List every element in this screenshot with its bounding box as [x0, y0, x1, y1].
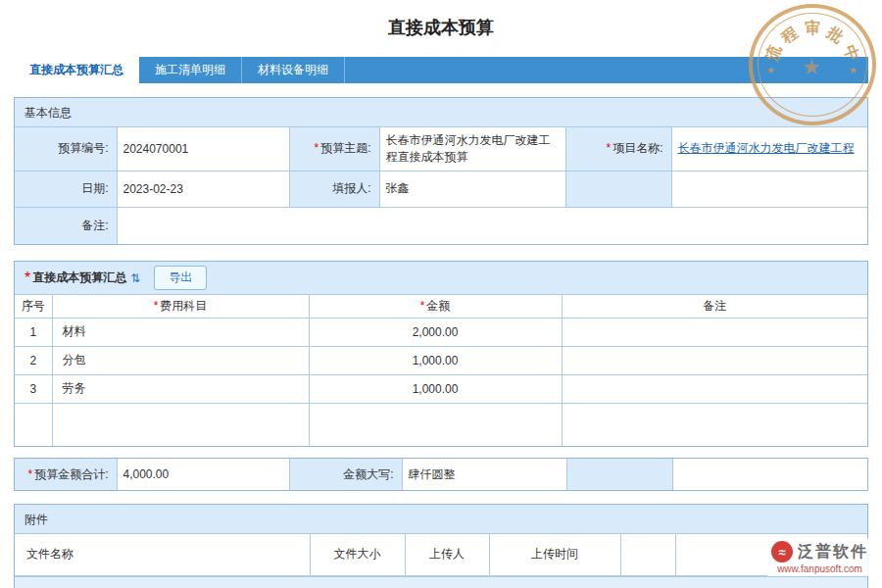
reporter-value: 张鑫: [379, 171, 565, 207]
reporter-label: 填报人:: [289, 171, 379, 207]
remark-value: [117, 207, 867, 244]
col-header-upload-time: 上传时间: [489, 534, 620, 575]
project-name-label: *项目名称:: [565, 127, 671, 171]
export-button[interactable]: 导出: [154, 266, 207, 290]
col-header-file-name: 文件名称: [15, 534, 310, 575]
required-marker: *: [420, 299, 425, 313]
sort-icon[interactable]: ⇅: [130, 271, 140, 285]
attachments-empty-row: [15, 576, 867, 588]
empty-cell: [309, 403, 562, 446]
col-header-no: 序号: [15, 295, 52, 318]
empty-cell: [52, 403, 309, 446]
table-row: 3 劳务 1,000.00: [15, 374, 867, 403]
summary-table: 序号 *费用科目 *金额 备注 1 材料 2,000.00 2 分包 1,000…: [15, 295, 867, 446]
budget-subject-value: 长春市伊通河水力发电厂改建工程直接成本预算: [379, 127, 565, 171]
table-row: 1 材料 2,000.00: [15, 318, 867, 346]
date-label: 日期:: [15, 171, 117, 207]
amount-in-words-label-text: 金额大写:: [343, 467, 393, 481]
reporter-label-text: 填报人:: [332, 181, 370, 195]
budget-no-label: 预算编号:: [15, 127, 117, 171]
budget-no-label-text: 预算编号:: [58, 141, 108, 155]
empty-cell: [562, 403, 867, 446]
summary-section-title: 直接成本预算汇总: [32, 270, 126, 286]
table-row: 2 分包 1,000.00: [15, 346, 867, 374]
budget-subject-label-text: 预算主题:: [320, 141, 370, 155]
summary-panel: * 直接成本预算汇总 ⇅ 导出 序号 *费用科目 *金额 备注 1 材料 2,0…: [14, 261, 868, 447]
budget-subject-label: *预算主题:: [289, 127, 379, 171]
row-amount: 1,000.00: [309, 374, 562, 403]
totals-table: *预算金额合计: 4,000.00 金额大写: 肆仟圆整: [15, 459, 867, 490]
col-header-remark: 备注: [562, 295, 867, 318]
col-header-cost-subject-text: 费用科目: [160, 299, 207, 313]
required-marker: *: [154, 299, 159, 313]
budget-no-value: 2024070001: [117, 127, 289, 171]
row-amount: 2,000.00: [309, 318, 562, 346]
tab-budget-summary[interactable]: 直接成本预算汇总: [14, 57, 139, 83]
required-marker: *: [27, 467, 32, 481]
empty-cell: [15, 403, 52, 446]
page: 直接成本预算 流 程 审 批 中 ★ ★ ★ 直接成本预算汇总 施工清单明细 材…: [0, 0, 882, 588]
project-name-cell: 长春市伊通河水力发电厂改建工程: [671, 127, 867, 171]
col-header-amount: *金额: [309, 295, 562, 318]
required-marker: *: [314, 141, 318, 155]
col-header-cost-subject: *费用科目: [52, 295, 309, 318]
empty-label-cell: [565, 171, 671, 207]
empty-value-cell: [672, 459, 867, 490]
row-remark: [562, 374, 867, 403]
totals-panel: *预算金额合计: 4,000.00 金额大写: 肆仟圆整: [14, 458, 868, 491]
row-no: 2: [15, 346, 52, 374]
col-header-amount-text: 金额: [426, 299, 450, 313]
amount-in-words-label: 金额大写:: [289, 459, 402, 490]
empty-label-cell: [566, 459, 672, 490]
col-header-file-size: 文件大小: [310, 534, 405, 575]
row-subject: 分包: [52, 346, 309, 374]
tab-construction-list-detail[interactable]: 施工清单明细: [139, 57, 242, 83]
row-subject: 材料: [52, 318, 309, 346]
row-no: 3: [15, 374, 52, 403]
attachments-section-title: 附件: [15, 505, 867, 534]
empty-value-cell: [671, 171, 867, 207]
tab-bar: 直接成本预算汇总 施工清单明细 材料设备明细: [14, 57, 868, 83]
row-remark: [562, 318, 867, 346]
summary-header: * 直接成本预算汇总 ⇅ 导出: [15, 262, 867, 295]
required-marker: *: [606, 141, 611, 155]
total-amount-value: 4,000.00: [117, 459, 289, 490]
row-amount: 1,000.00: [309, 346, 562, 374]
page-title: 直接成本预算: [0, 0, 882, 39]
remark-label: 备注:: [15, 207, 117, 244]
vendor-logo-icon: ≈: [771, 541, 793, 563]
col-header-uploader: 上传人: [405, 534, 489, 575]
attachments-table: 文件名称 文件大小 上传人 上传时间: [15, 534, 867, 576]
vendor-logo-row: ≈ 泛普软件: [771, 541, 868, 563]
tab-material-equipment-detail[interactable]: 材料设备明细: [242, 57, 345, 83]
row-subject: 劳务: [52, 374, 309, 403]
row-remark: [562, 346, 867, 374]
empty-table-row: [15, 403, 867, 446]
basic-info-section-title: 基本信息: [15, 98, 867, 127]
vendor-name: 泛普软件: [798, 542, 868, 563]
required-marker: *: [24, 270, 30, 287]
total-amount-label: *预算金额合计:: [15, 459, 117, 490]
vendor-url: www.fanpusoft.com: [771, 564, 868, 574]
empty-header-cell: [620, 534, 675, 575]
total-amount-label-text: 预算金额合计:: [34, 467, 108, 481]
row-no: 1: [15, 318, 52, 346]
date-value: 2023-02-23: [117, 171, 289, 207]
attachments-panel: 附件 文件名称 文件大小 上传人 上传时间: [14, 504, 868, 588]
project-name-link[interactable]: 长春市伊通河水力发电厂改建工程: [678, 141, 855, 155]
amount-in-words-value: 肆仟圆整: [402, 459, 566, 490]
remark-label-text: 备注:: [81, 219, 108, 232]
date-label-text: 日期:: [81, 181, 108, 195]
summary-header-row: 序号 *费用科目 *金额 备注: [15, 295, 867, 318]
basic-info-table: 预算编号: 2024070001 *预算主题: 长春市伊通河水力发电厂改建工程直…: [15, 127, 867, 244]
attachments-header-row: 文件名称 文件大小 上传人 上传时间: [15, 534, 867, 575]
basic-info-panel: 基本信息 预算编号: 2024070001 *预算主题: 长春市伊通河水力发电厂…: [14, 97, 868, 245]
vendor-logo: ≈ 泛普软件 www.fanpusoft.com: [767, 539, 872, 576]
project-name-label-text: 项目名称:: [612, 141, 662, 155]
